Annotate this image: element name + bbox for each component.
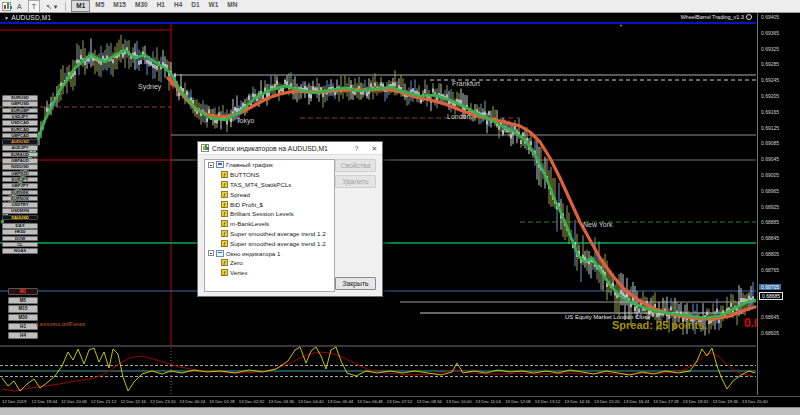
collapse-icon[interactable] [208, 250, 214, 256]
toolbar-timeframe-m15[interactable]: M15 [109, 0, 130, 12]
sidebar-symbol-eurgbp[interactable]: EURGBP [2, 108, 38, 114]
indicator-row[interactable]: ƒBiD Profit_$ [205, 199, 334, 209]
indicator-fx-icon: ƒ [221, 191, 228, 198]
toolbar-separator [65, 2, 66, 11]
sidebar-symbol-eurnok[interactable]: EURNOK [2, 196, 38, 202]
toolbar-timeframe-h4[interactable]: H4 [170, 0, 186, 12]
properties-button[interactable]: Свойства [335, 159, 376, 172]
sidebar-symbol-ngas[interactable]: NGAS [2, 248, 38, 254]
time-tick: 13 Dec 06:48 [357, 399, 383, 404]
dialog-help-button[interactable]: ? [349, 142, 364, 155]
time-tick: 13 Dec 10:00 [446, 399, 472, 404]
price-axis[interactable]: 0.694050.693650.693250.692850.692450.692… [757, 13, 800, 395]
sidebar-symbol-euraud[interactable]: EURAUD [2, 152, 38, 158]
sidebar-timeframe-m5[interactable]: M5 [8, 297, 38, 304]
window-bottom-edge [0, 407, 800, 415]
sidebar-timeframe-h4[interactable]: H4 [8, 332, 38, 339]
indicator-row[interactable]: ƒBrilliant Session Levels [205, 209, 334, 219]
sidebar-timeframe-m1[interactable]: M1 [8, 288, 38, 295]
collapse-icon[interactable] [208, 162, 214, 168]
indicator-row[interactable]: ƒBUTTONS [205, 170, 334, 180]
text-box-tool[interactable]: T [28, 0, 40, 13]
indicator-row[interactable]: ƒm-BankLevels [205, 219, 334, 229]
sidebar-symbol-dax[interactable]: DAX [2, 223, 38, 229]
delete-button[interactable]: Удалить [335, 175, 376, 188]
toolbar-timeframe-h1[interactable]: H1 [153, 0, 169, 12]
group-label: Главный график [226, 161, 273, 168]
sidebar-symbol-gbpnzd[interactable]: GBPNZD [2, 171, 38, 177]
sidebar-symbol-cl[interactable]: CL [2, 242, 38, 248]
price-tick: 0.68645 [761, 314, 779, 320]
sidebar-symbol-eursek[interactable]: EURSEK [2, 190, 38, 196]
sidebar-symbol-usdtry[interactable]: USDTRY [2, 202, 38, 208]
price-tick: 0.69165 [761, 109, 779, 115]
indicator-row[interactable]: ƒZero [205, 258, 334, 268]
sidebar-symbol-usdcad[interactable]: USDCAD [2, 120, 38, 126]
toolbar-timeframe-d1[interactable]: D1 [187, 0, 203, 12]
indicator-group-row[interactable]: Главный график [205, 160, 334, 170]
indicator-row[interactable]: ƒTAS_MT4_StatikPCLs [205, 180, 334, 190]
toolbar-timeframe-m30[interactable]: M30 [131, 0, 152, 12]
chart-type-icon[interactable] [2, 2, 11, 11]
text-label-tool[interactable]: A [14, 1, 25, 12]
indicator-group-row[interactable]: Окно индикатора 1 [205, 248, 334, 258]
toolbar-timeframe-m5[interactable]: M5 [91, 0, 108, 12]
indicator-row[interactable]: ƒSuper smoothed average trend 1.2 [205, 229, 334, 239]
time-tick: 13 Dec 11:04 [476, 399, 501, 404]
time-tick: 12 Dec 2019 [2, 399, 26, 404]
sidebar-symbol-usdjpy[interactable]: USDJPY [2, 114, 38, 120]
indicator-row[interactable]: ƒSpread [205, 189, 334, 199]
sidebar-symbol-eurjpy[interactable]: EURJPY [2, 177, 38, 183]
sidebar-symbol-eurusd[interactable]: EURUSD [2, 95, 38, 101]
time-tick: 12 Dec 19:04 [32, 399, 58, 404]
sidebar-timeframe-h1[interactable]: H1 [8, 323, 38, 330]
price-tick: 0.69365 [761, 30, 779, 36]
price-tick: 0.68805 [761, 251, 779, 257]
indicator-fx-icon: ƒ [221, 210, 228, 217]
time-axis[interactable]: 12 Dec 201912 Dec 19:0412 Dec 20:0812 De… [0, 396, 800, 407]
indicator-fx-icon: ƒ [221, 220, 228, 227]
price-tick: 0.68925 [761, 204, 779, 210]
price-tick: 0.68765 [761, 267, 779, 273]
dialog-titlebar[interactable]: Список индикаторов на AUDUSD,M1 ? ✕ [198, 142, 382, 155]
bid-price-label: 0.68705 [759, 284, 781, 290]
toolbar-timeframe-w1[interactable]: W1 [205, 0, 223, 12]
session-label-tokyo: Tokyo [236, 117, 254, 124]
sidebar-symbol-eurcad[interactable]: EURCAD [2, 127, 38, 133]
sidebar-timeframe-m30[interactable]: M30 [8, 314, 38, 321]
time-tick: 13 Dec 16:24 [624, 399, 650, 404]
close-button[interactable]: Закрыть [335, 277, 376, 290]
indicator-label: Super smoothed average trend 1.2 [230, 240, 326, 247]
time-tick: 12 Dec 22:16 [120, 399, 146, 404]
sidebar-symbol-gbpaud[interactable]: GBPAUD [2, 158, 38, 164]
price-tick: 0.68605 [761, 330, 779, 336]
time-tick: 13 Dec 17:28 [653, 399, 679, 404]
sidebar-timeframe-m15[interactable]: M15 [8, 305, 38, 312]
toolbar-timeframe-mn[interactable]: MN [223, 0, 241, 12]
indicator-label: Zero [230, 259, 243, 266]
cursor-tool[interactable]: ↖ ▾ [43, 1, 60, 12]
indicator-row[interactable]: ƒVertex [205, 268, 334, 278]
sidebar-symbol-gbpcad[interactable]: GBPCAD [2, 133, 38, 139]
price-tick: 0.69325 [761, 46, 779, 52]
sidebar-symbol-dow[interactable]: DOW [2, 236, 38, 242]
price-tick: 0.69245 [761, 77, 779, 83]
toolbar-timeframe-m1[interactable]: M1 [71, 0, 90, 12]
spread-label: Spread: 25 points. [612, 319, 707, 331]
indicator-tree[interactable]: Главный графикƒBUTTONSƒTAS_MT4_StatikPCL… [204, 159, 335, 292]
indicator-row[interactable]: ƒSuper smoothed average trend 1.2 [205, 238, 334, 248]
sidebar-symbol-audjpy[interactable]: AUDJPY [2, 145, 38, 151]
sidebar-symbol-xauusd[interactable]: XAUUSD [2, 215, 38, 221]
dialog-close-icon[interactable]: ✕ [367, 142, 382, 155]
sidebar-symbol-gbpusd[interactable]: GBPUSD [2, 101, 38, 107]
sidebar-symbol-audusd[interactable]: AUDUSD [2, 139, 38, 145]
indicator-label: Vertex [230, 269, 248, 276]
last-price-label: 0.68685 [759, 292, 783, 300]
sidebar-symbol-usdmxn[interactable]: USDMXN [2, 208, 38, 214]
vertex-line [2, 347, 755, 391]
sidebar-symbol-nzdusd[interactable]: NZDUSD [2, 164, 38, 170]
time-tick: 13 Dec 08:56 [416, 399, 442, 404]
indicator-fx-icon: ƒ [221, 181, 228, 188]
sidebar-symbol-hk50[interactable]: HK50 [2, 229, 38, 235]
sidebar-symbol-gbpjpy[interactable]: GBPJPY [2, 183, 38, 189]
